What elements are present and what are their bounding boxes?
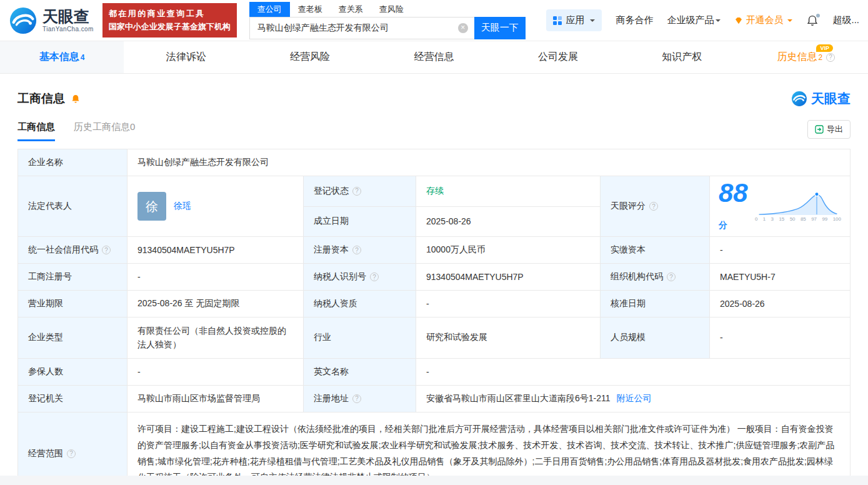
nav-enterprise-product[interactable]: 企业级产品 xyxy=(667,14,721,26)
value-taxpayer-id: 91340504MAETYU5H7P xyxy=(416,264,601,290)
promo-banner-line1: 都在用的商业查询工具 xyxy=(109,8,231,20)
label-english-name: 英文名称 xyxy=(304,359,416,385)
tab-basic-info[interactable]: 基本信息4 xyxy=(0,41,124,73)
label-registration-authority: 登记机关 xyxy=(18,386,127,412)
value-organization-code: MAETYU5H-7 xyxy=(710,264,850,290)
subtab-business-info[interactable]: 工商信息 xyxy=(17,121,55,141)
value-insured-count: - xyxy=(127,359,304,385)
nav-open-vip[interactable]: 开通会员 xyxy=(734,14,792,26)
table-row: 统一社会信用代码 91340504MAETYU5H7P 注册资本 10000万人… xyxy=(18,237,850,264)
label-text: 天眼评分 xyxy=(611,201,646,212)
business-info-table: 企业名称 马鞍山创绿产融生态开发有限公司 法定代表人 徐 徐瑶 登记状态 存续 … xyxy=(17,149,851,485)
help-icon[interactable] xyxy=(370,272,379,281)
apps-menu[interactable]: 应用 xyxy=(546,9,602,31)
address-text: 安徽省马鞍山市雨山区霍里山大道南段6号1-211 xyxy=(426,393,611,404)
value-registration-status: 存续 xyxy=(416,176,600,206)
value-taxpayer-quality: - xyxy=(416,291,601,317)
avatar[interactable]: 徐 xyxy=(137,192,166,221)
label-industry: 行业 xyxy=(304,318,416,358)
search-tab-boss[interactable]: 查老板 xyxy=(290,2,331,17)
search-button[interactable]: 天眼一下 xyxy=(474,17,526,39)
help-icon[interactable] xyxy=(352,246,361,254)
logo-text: 天眼查 TianYanCha.com xyxy=(42,8,94,32)
tab-label: 法律诉讼 xyxy=(166,51,206,64)
search-tabs: 查公司 查老板 查关系 查风险 xyxy=(249,2,526,17)
export-button[interactable]: 导出 xyxy=(807,120,851,139)
search-input[interactable] xyxy=(249,17,474,39)
tianyancha-logo-icon xyxy=(791,91,807,107)
tab-label: 知识产权 xyxy=(662,51,702,64)
clear-icon[interactable] xyxy=(458,23,468,33)
export-button-label: 导出 xyxy=(827,124,843,135)
help-icon[interactable] xyxy=(102,246,111,254)
section-title: 工商信息 xyxy=(17,91,65,107)
help-icon[interactable] xyxy=(649,202,658,211)
label-credit-code: 统一社会信用代码 xyxy=(18,237,127,263)
nav-enterprise-product-label: 企业级产品 xyxy=(667,14,714,26)
help-icon[interactable] xyxy=(352,187,361,196)
nav-super-vip[interactable]: 超级... xyxy=(832,14,859,26)
vip-gem-icon xyxy=(734,16,743,25)
label-organization-code: 组织机构代码 xyxy=(601,264,710,290)
label-business-term: 营业期限 xyxy=(18,291,127,317)
label-establish-date: 成立日期 xyxy=(304,207,416,237)
label-text: 经营范围 xyxy=(28,448,63,459)
search-tab-relation[interactable]: 查关系 xyxy=(331,2,371,17)
tab-legal-proceedings[interactable]: 法律诉讼 xyxy=(124,41,247,73)
nav-business-cooperation[interactable]: 商务合作 xyxy=(616,14,653,26)
tianyancha-logo[interactable]: 天眼查 TianYanCha.com xyxy=(9,6,94,35)
score-chart: 0131550859799100 xyxy=(755,191,841,222)
label-staff-size: 人员规模 xyxy=(601,318,710,358)
label-registration-status: 登记状态 xyxy=(304,176,416,206)
value-business-term: 2025-08-26 至 无固定期限 xyxy=(127,291,304,317)
value-credit-code: 91340504MAETYU5H7P xyxy=(127,237,304,263)
tab-history-info[interactable]: 历史信息2 VIP xyxy=(744,41,868,73)
help-icon[interactable] xyxy=(667,272,676,281)
search-tab-risk[interactable]: 查风险 xyxy=(371,2,412,17)
label-insured-count: 参保人数 xyxy=(18,359,127,385)
tab-label: 经营信息 xyxy=(414,51,454,64)
tab-label: 历史信息 xyxy=(777,51,817,64)
value-company-type: 有限责任公司（非自然人投资或控股的法人独资） xyxy=(127,318,304,358)
tab-business-info[interactable]: 经营信息 xyxy=(372,41,496,73)
tab-business-risk[interactable]: 经营风险 xyxy=(248,41,372,73)
help-icon[interactable] xyxy=(352,394,361,403)
tab-badge: 4 xyxy=(81,53,85,62)
tab-company-development[interactable]: 公司发展 xyxy=(496,41,620,73)
label-enterprise-name: 企业名称 xyxy=(18,149,127,176)
link-nearby-companies[interactable]: 附近公司 xyxy=(617,393,652,404)
label-text: 纳税人识别号 xyxy=(314,271,366,282)
subtab-history-business-info[interactable]: 历史工商信息0 xyxy=(74,121,135,141)
vip-badge: VIP xyxy=(816,44,833,52)
table-row: 企业类型 有限责任公司（非自然人投资或控股的法人独资） 行业 研究和试验发展 人… xyxy=(18,318,850,359)
link-person-name[interactable]: 徐瑶 xyxy=(174,201,191,212)
notification-bell-icon[interactable] xyxy=(806,14,819,27)
value-establish-date: 2025-08-26 xyxy=(416,207,600,237)
table-row: 参保人数 - 英文名称 - xyxy=(18,359,850,386)
tab-badge: 2 xyxy=(818,53,822,62)
value-tianyan-score: 88分 0131550859799100 xyxy=(710,176,850,236)
value-industry: 研究和试验发展 xyxy=(416,318,601,358)
top-header: 天眼查 TianYanCha.com 都在用的商业查询工具 国家中小企业发展子基… xyxy=(0,0,868,41)
label-approval-date: 核准日期 xyxy=(601,291,710,317)
value-paid-capital: - xyxy=(710,237,850,263)
tianyancha-logo-icon xyxy=(9,6,37,35)
label-paid-capital: 实缴资本 xyxy=(601,237,710,263)
tab-intellectual-property[interactable]: 知识产权 xyxy=(620,41,744,73)
label-text: 注册地址 xyxy=(314,393,349,404)
label-registered-address: 注册地址 xyxy=(304,386,416,412)
status-date-block: 登记状态 存续 成立日期 2025-08-26 xyxy=(304,176,601,236)
label-business-scope: 经营范围 xyxy=(18,412,127,485)
header-nav: 应用 商务合作 企业级产品 开通会员 xyxy=(546,9,859,31)
label-text: 组织机构代码 xyxy=(611,271,663,282)
subscribe-bell-icon[interactable] xyxy=(71,94,81,104)
score-value: 88分 xyxy=(719,180,755,232)
value-approval-date: 2025-08-26 xyxy=(710,291,850,317)
value-registration-number: - xyxy=(127,264,304,290)
help-icon[interactable] xyxy=(67,449,76,458)
help-icon[interactable] xyxy=(826,53,835,62)
value-legal-representative: 徐 徐瑶 xyxy=(127,176,304,236)
search-tab-company[interactable]: 查公司 xyxy=(249,2,290,17)
score-axis: 0131550859799100 xyxy=(755,216,841,222)
tab-label: 基本信息 xyxy=(39,51,79,64)
